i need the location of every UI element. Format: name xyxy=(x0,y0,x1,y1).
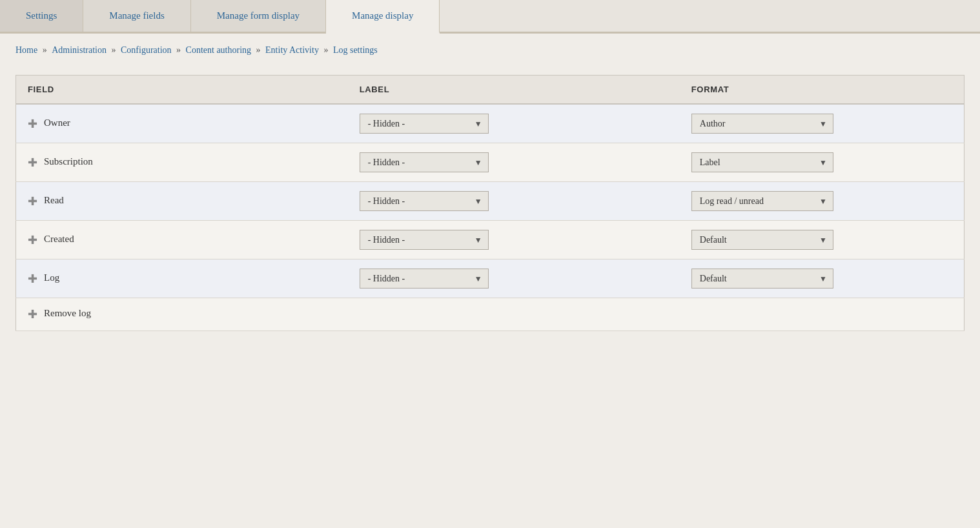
field-cell-5: ✚Remove log xyxy=(16,298,348,331)
breadcrumb-link-1[interactable]: Administration xyxy=(52,45,107,55)
breadcrumb-link-4[interactable]: Entity Activity xyxy=(265,45,319,55)
field-name-label: Read xyxy=(44,195,64,205)
field-cell-3: ✚Created xyxy=(16,221,348,259)
format-cell-5 xyxy=(680,298,965,331)
breadcrumb-separator: » xyxy=(322,45,331,55)
field-cell-1: ✚Subscription xyxy=(16,143,348,182)
table-row: ✚Read- Hidden -AboveInlineVisually Hidde… xyxy=(16,182,965,221)
breadcrumb-separator: » xyxy=(254,45,263,55)
tab-manage-form-display[interactable]: Manage form display xyxy=(191,0,326,32)
drag-handle-icon[interactable]: ✚ xyxy=(28,272,37,286)
format-select-2[interactable]: Log read / unreadAuthorLabelDefault xyxy=(691,191,833,211)
breadcrumb-link-0[interactable]: Home xyxy=(15,45,37,55)
breadcrumb-link-2[interactable]: Configuration xyxy=(121,45,172,55)
breadcrumb: Home » Administration » Configuration » … xyxy=(0,34,980,62)
label-select-4[interactable]: - Hidden -AboveInlineVisually Hidden xyxy=(360,269,489,289)
tab-manage-display[interactable]: Manage display xyxy=(326,0,440,34)
label-cell-4: - Hidden -AboveInlineVisually Hidden▼ xyxy=(348,259,680,298)
format-select-1[interactable]: LabelAuthorDefaultLog read / unread xyxy=(691,152,833,172)
drag-handle-icon[interactable]: ✚ xyxy=(28,233,37,247)
format-select-wrap: DefaultAuthorLabelLog read / unread▼ xyxy=(691,230,833,250)
field-cell-0: ✚Owner xyxy=(16,104,348,143)
table-header-row: FIELDLABELFORMAT xyxy=(16,76,965,105)
field-name-label: Subscription xyxy=(44,156,93,167)
drag-handle-icon[interactable]: ✚ xyxy=(28,307,37,321)
label-select-wrap: - Hidden -AboveInlineVisually Hidden▼ xyxy=(360,269,489,289)
tab-settings[interactable]: Settings xyxy=(0,0,83,32)
label-select-wrap: - Hidden -AboveInlineVisually Hidden▼ xyxy=(360,191,489,211)
drag-handle-icon[interactable]: ✚ xyxy=(28,194,37,208)
breadcrumb-separator: » xyxy=(174,45,183,55)
label-cell-3: - Hidden -AboveInlineVisually Hidden▼ xyxy=(348,221,680,259)
format-select-wrap: DefaultAuthorLabelLog read / unread▼ xyxy=(691,269,833,289)
label-select-2[interactable]: - Hidden -AboveInlineVisually Hidden xyxy=(360,191,489,211)
field-name-label: Created xyxy=(44,234,74,244)
breadcrumb-link-5[interactable]: Log settings xyxy=(333,45,378,55)
field-name-label: Remove log xyxy=(44,308,91,318)
format-cell-1: LabelAuthorDefaultLog read / unread▼ xyxy=(680,143,965,182)
breadcrumb-separator: » xyxy=(109,45,118,55)
label-select-wrap: - Hidden -AboveInlineVisually Hidden▼ xyxy=(360,114,489,134)
field-cell-2: ✚Read xyxy=(16,182,348,221)
table-row: ✚Remove log xyxy=(16,298,965,331)
table-row: ✚Owner- Hidden -AboveInlineVisually Hidd… xyxy=(16,104,965,143)
table-row: ✚Subscription- Hidden -AboveInlineVisual… xyxy=(16,143,965,182)
label-cell-5 xyxy=(348,298,680,331)
table-row: ✚Log- Hidden -AboveInlineVisually Hidden… xyxy=(16,259,965,298)
format-select-wrap: AuthorLabelDefaultLog read / unread▼ xyxy=(691,114,833,134)
tab-manage-fields[interactable]: Manage fields xyxy=(83,0,190,32)
field-name-label: Log xyxy=(44,272,59,283)
label-select-1[interactable]: - Hidden -AboveInlineVisually Hidden xyxy=(360,152,489,172)
label-cell-2: - Hidden -AboveInlineVisually Hidden▼ xyxy=(348,182,680,221)
format-cell-3: DefaultAuthorLabelLog read / unread▼ xyxy=(680,221,965,259)
format-select-3[interactable]: DefaultAuthorLabelLog read / unread xyxy=(691,230,833,250)
drag-handle-icon[interactable]: ✚ xyxy=(28,156,37,170)
field-cell-4: ✚Log xyxy=(16,259,348,298)
label-select-wrap: - Hidden -AboveInlineVisually Hidden▼ xyxy=(360,152,489,172)
label-select-3[interactable]: - Hidden -AboveInlineVisually Hidden xyxy=(360,230,489,250)
table-row: ✚Created- Hidden -AboveInlineVisually Hi… xyxy=(16,221,965,259)
format-cell-4: DefaultAuthorLabelLog read / unread▼ xyxy=(680,259,965,298)
label-select-wrap: - Hidden -AboveInlineVisually Hidden▼ xyxy=(360,230,489,250)
table-header-field: FIELD xyxy=(16,76,348,105)
format-select-4[interactable]: DefaultAuthorLabelLog read / unread xyxy=(691,269,833,289)
format-cell-2: Log read / unreadAuthorLabelDefault▼ xyxy=(680,182,965,221)
table-header-label: LABEL xyxy=(348,76,680,105)
label-select-0[interactable]: - Hidden -AboveInlineVisually Hidden xyxy=(360,114,489,134)
main-content: FIELDLABELFORMAT ✚Owner- Hidden -AboveIn… xyxy=(0,62,980,344)
breadcrumb-link-3[interactable]: Content authoring xyxy=(186,45,252,55)
format-select-wrap: LabelAuthorDefaultLog read / unread▼ xyxy=(691,152,833,172)
drag-handle-icon[interactable]: ✚ xyxy=(28,117,37,131)
format-select-wrap: Log read / unreadAuthorLabelDefault▼ xyxy=(691,191,833,211)
field-name-label: Owner xyxy=(44,117,70,128)
breadcrumb-separator: » xyxy=(40,45,49,55)
format-select-0[interactable]: AuthorLabelDefaultLog read / unread xyxy=(691,114,833,134)
label-cell-1: - Hidden -AboveInlineVisually Hidden▼ xyxy=(348,143,680,182)
table-header-format: FORMAT xyxy=(680,76,965,105)
label-cell-0: - Hidden -AboveInlineVisually Hidden▼ xyxy=(348,104,680,143)
format-cell-0: AuthorLabelDefaultLog read / unread▼ xyxy=(680,104,965,143)
manage-display-table: FIELDLABELFORMAT ✚Owner- Hidden -AboveIn… xyxy=(15,75,965,331)
tabs-bar: SettingsManage fieldsManage form display… xyxy=(0,0,980,34)
